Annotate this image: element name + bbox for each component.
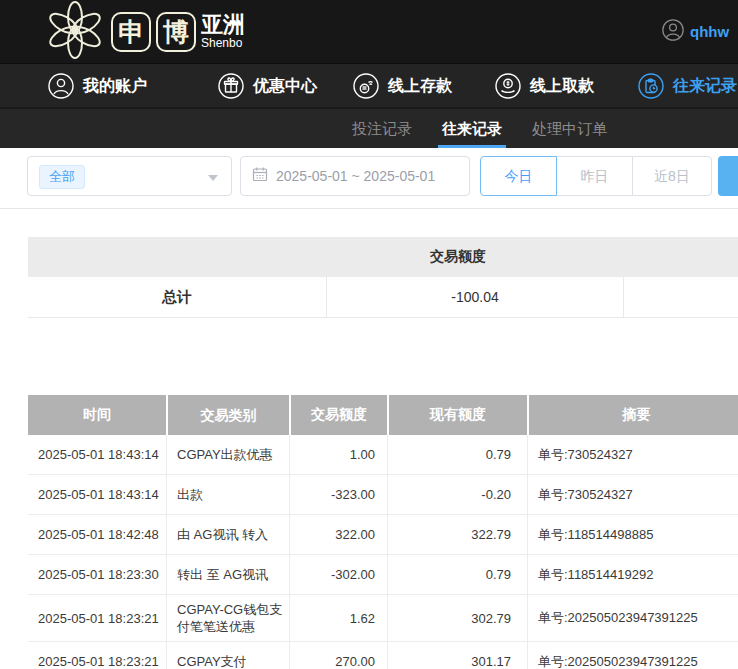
summary-total-label: 总计 <box>28 277 326 317</box>
cell-balance: 302.79 <box>387 595 527 641</box>
summary-total-value: -100.04 <box>326 277 623 317</box>
cell-time: 2025-05-01 18:43:14 <box>28 435 166 474</box>
search-button[interactable] <box>718 156 738 196</box>
nav-label: 线上取款 <box>530 76 594 97</box>
calendar-icon <box>252 166 268 186</box>
cell-amount: -302.00 <box>289 555 387 594</box>
logo-subtitle: Shenbo <box>201 36 245 50</box>
cell-type: CGPAY-CG钱包支付笔笔送优惠 <box>166 595 289 641</box>
divider <box>0 208 738 209</box>
summary-table: 交易额度 总计 -100.04 <box>28 237 738 318</box>
cell-note: 单号:202505023947391225 <box>527 642 738 669</box>
cell-type: 转出 至 AG视讯 <box>166 555 289 594</box>
cell-time: 2025-05-01 18:42:48 <box>28 515 166 554</box>
nav-item-my-account[interactable]: 我的账户 <box>48 64 147 108</box>
cell-balance: 0.79 <box>387 555 527 594</box>
cell-time: 2025-05-01 18:23:30 <box>28 555 166 594</box>
table-row: 2025-05-01 18:43:14 出款 -323.00 -0.20 单号:… <box>28 475 738 515</box>
date-range-input[interactable]: 2025-05-01 ~ 2025-05-01 <box>240 156 470 196</box>
cell-note: 单号:730524327 <box>527 475 738 514</box>
logo-region-label: 亚洲 <box>201 14 245 36</box>
chevron-down-icon <box>208 175 218 181</box>
date-range-value: 2025-05-01 ~ 2025-05-01 <box>276 168 435 184</box>
user-icon <box>48 73 74 99</box>
cell-time: 2025-05-01 18:43:14 <box>28 475 166 514</box>
top-header: 申 博 亚洲 Shenbo qhhw <box>0 0 738 63</box>
table-row: 2025-05-01 18:43:14 CGPAY出款优惠 1.00 0.79 … <box>28 435 738 475</box>
col-header-amount: 交易额度 <box>289 395 387 435</box>
cell-amount: 1.00 <box>289 435 387 474</box>
col-header-balance: 现有额度 <box>387 395 527 435</box>
cell-balance: -0.20 <box>387 475 527 514</box>
logo-char-bo: 博 <box>156 12 196 52</box>
deposit-coin-icon <box>353 73 379 99</box>
cell-amount: 322.00 <box>289 515 387 554</box>
cell-note: 单号:118514419292 <box>527 555 738 594</box>
col-header-time: 时间 <box>28 395 166 435</box>
nav-label: 我的账户 <box>83 76 147 97</box>
col-header-note: 摘要 <box>527 395 738 435</box>
yesterday-button[interactable]: 昨日 <box>556 156 633 196</box>
user-account[interactable]: qhhw <box>662 0 738 63</box>
cell-type: 由 AG视讯 转入 <box>166 515 289 554</box>
summary-empty-cell <box>623 277 738 317</box>
filter-bar: 全部 2025-05-01 ~ 2025-05-01 今日 昨日 近8日 <box>0 148 738 208</box>
transactions-table-header: 时间 交易类别 交易额度 现有额度 摘要 <box>28 395 738 435</box>
table-row: 2025-05-01 18:42:48 由 AG视讯 转入 322.00 322… <box>28 515 738 555</box>
cell-note: 单号:202505023947391225 <box>527 595 738 641</box>
cell-balance: 0.79 <box>387 435 527 474</box>
transactions-table: 时间 交易类别 交易额度 现有额度 摘要 .tx-head .cw1{justi… <box>28 395 738 669</box>
nav-label: 往来记录 <box>673 76 737 97</box>
cell-note: 单号:118514498885 <box>527 515 738 554</box>
cell-balance: 322.79 <box>387 515 527 554</box>
cell-type: CGPAY出款优惠 <box>166 435 289 474</box>
sub-nav: 投注记录 往来记录 处理中订单 <box>0 107 738 148</box>
nav-label: 线上存款 <box>388 76 452 97</box>
col-header-type: 交易类别 <box>166 395 289 435</box>
type-select-tag[interactable]: 全部 <box>39 165 85 189</box>
nav-item-deposit[interactable]: 线上存款 <box>353 64 452 108</box>
last-8-days-button[interactable]: 近8日 <box>632 156 712 196</box>
nav-item-promotions[interactable]: 优惠中心 <box>218 64 317 108</box>
username-text: qhhw <box>690 23 729 40</box>
type-select[interactable]: 全部 <box>27 156 232 196</box>
cell-type: CGPAY支付 <box>166 642 289 669</box>
table-row: 2025-05-01 18:23:30 转出 至 AG视讯 -302.00 0.… <box>28 555 738 595</box>
flower-logo-icon <box>44 1 106 63</box>
tab-row: 投注记录 往来记录 处理中订单 <box>352 109 607 148</box>
table-row: 2025-05-01 18:23:21 CGPAY-CG钱包支付笔笔送优惠 1.… <box>28 595 738 642</box>
cell-note: 单号:730524327 <box>527 435 738 474</box>
summary-row: 总计 -100.04 <box>28 277 738 318</box>
logo-char-shen: 申 <box>111 12 151 52</box>
gift-icon <box>218 73 244 99</box>
cell-amount: 1.62 <box>289 595 387 641</box>
cell-balance: 301.17 <box>387 642 527 669</box>
cell-type: 出款 <box>166 475 289 514</box>
tab-transaction-records[interactable]: 往来记录 <box>442 109 502 148</box>
avatar-icon <box>662 19 684 45</box>
table-row: 2025-05-01 18:23:21 CGPAY支付 270.00 301.1… <box>28 642 738 669</box>
tab-pending-orders[interactable]: 处理中订单 <box>532 109 607 148</box>
brand-logo[interactable]: 申 博 亚洲 Shenbo <box>44 0 245 63</box>
nav-item-withdraw[interactable]: 线上取款 <box>495 64 594 108</box>
quick-date-buttons: 今日 昨日 近8日 <box>480 156 712 196</box>
cell-time: 2025-05-01 18:23:21 <box>28 642 166 669</box>
cell-amount: 270.00 <box>289 642 387 669</box>
today-button[interactable]: 今日 <box>480 156 557 196</box>
nav-item-transaction-records[interactable]: 往来记录 <box>638 64 737 108</box>
summary-header: 交易额度 <box>28 237 738 277</box>
tab-betting-records[interactable]: 投注记录 <box>352 109 412 148</box>
withdraw-coin-icon <box>495 73 521 99</box>
nav-label: 优惠中心 <box>253 76 317 97</box>
main-nav: 我的账户 优惠中心 线上存款 <box>0 63 738 107</box>
cell-amount: -323.00 <box>289 475 387 514</box>
cell-time: 2025-05-01 18:23:21 <box>28 595 166 641</box>
records-clipboard-icon <box>638 73 664 99</box>
